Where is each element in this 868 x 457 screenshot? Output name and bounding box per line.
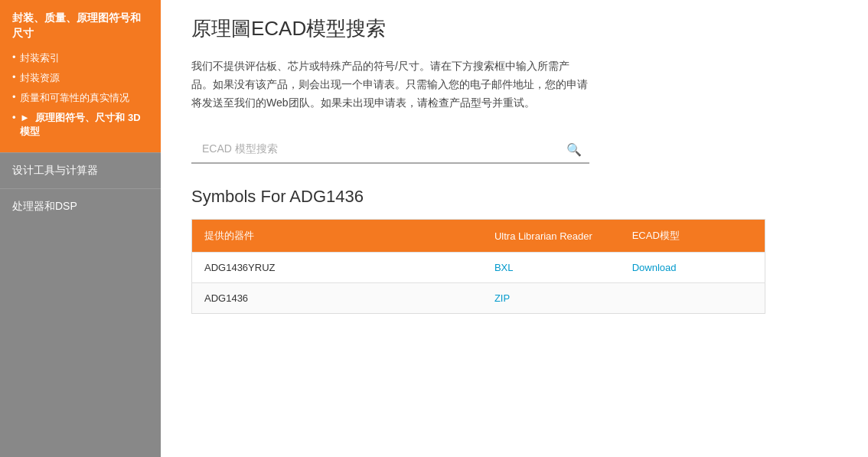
table-cell-ulr-1[interactable]: ZIP — [482, 283, 620, 314]
sidebar-active-item-3[interactable]: ► 原理图符号、尺寸和 3D 模型 — [12, 108, 148, 142]
symbols-table: 提供的器件 Ultra Librarian Reader ECAD模型 ADG1… — [191, 219, 765, 314]
symbols-title: Symbols For ADG1436 — [191, 187, 837, 207]
sidebar-nav-item-0[interactable]: 设计工具与计算器 — [0, 152, 161, 188]
description-text: 我们不提供评估板、芯片或特殊产品的符号/尺寸。请在下方搜索框中输入所需产品。如果… — [191, 57, 589, 112]
table-cell-component-0: ADG1436YRUZ — [192, 253, 482, 283]
table-cell-ulr-0[interactable]: BXL — [482, 253, 620, 283]
sidebar: 封装、质量、原理图符号和尺寸 封装索引封装资源质量和可靠性的真实情况► 原理图符… — [0, 0, 161, 457]
table-cell-ecad-0[interactable]: Download — [620, 253, 765, 283]
table-header-row: 提供的器件 Ultra Librarian Reader ECAD模型 — [192, 220, 765, 253]
col-header-component: 提供的器件 — [192, 220, 482, 253]
search-input[interactable] — [191, 135, 589, 164]
table-cell-ecad-1 — [620, 283, 765, 314]
table-cell-component-1: ADG1436 — [192, 283, 482, 314]
table-header: 提供的器件 Ultra Librarian Reader ECAD模型 — [192, 220, 765, 253]
arrow-icon-3: ► — [20, 112, 32, 123]
table-body: ADG1436YRUZBXLDownloadADG1436ZIP — [192, 253, 765, 314]
ulr-link-1[interactable]: ZIP — [494, 292, 510, 304]
table-row: ADG1436ZIP — [192, 283, 765, 314]
sidebar-active-section: 封装、质量、原理图符号和尺寸 封装索引封装资源质量和可靠性的真实情况► 原理图符… — [0, 0, 161, 152]
search-icon[interactable]: 🔍 — [566, 142, 582, 157]
sidebar-nav-item-1[interactable]: 处理器和DSP — [0, 188, 161, 224]
col-header-ecad: ECAD模型 — [620, 220, 765, 253]
sidebar-section-title: 封装、质量、原理图符号和尺寸 — [12, 11, 148, 41]
col-header-ulr: Ultra Librarian Reader — [482, 220, 620, 253]
table-row: ADG1436YRUZBXLDownload — [192, 253, 765, 283]
main-content: 原理圖ECAD模型搜索 我们不提供评估板、芯片或特殊产品的符号/尺寸。请在下方搜… — [161, 0, 868, 457]
ecad-link-0[interactable]: Download — [632, 262, 677, 273]
sidebar-active-item-1[interactable]: 封装资源 — [12, 68, 148, 88]
sidebar-active-item-2[interactable]: 质量和可靠性的真实情况 — [12, 88, 148, 108]
search-container: 🔍 — [191, 135, 589, 164]
sidebar-active-item-0[interactable]: 封装索引 — [12, 48, 148, 68]
ulr-link-0[interactable]: BXL — [494, 262, 514, 273]
page-title: 原理圖ECAD模型搜索 — [191, 15, 837, 42]
sidebar-active-list: 封装索引封装资源质量和可靠性的真实情况► 原理图符号、尺寸和 3D 模型 — [12, 48, 148, 142]
